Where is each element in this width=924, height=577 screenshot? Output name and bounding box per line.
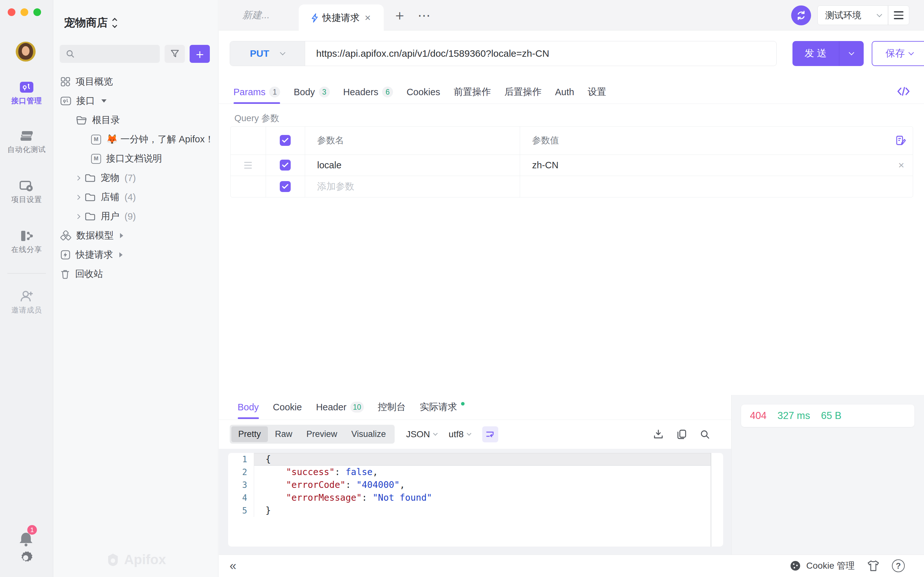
tab-params[interactable]: Params 1 [234,81,280,103]
rail-item-label: 邀请成员 [11,305,42,315]
chevron-right-icon [75,214,81,219]
tree-item-user-folder[interactable]: 用户 (9) [53,207,218,226]
mode-preview[interactable]: Preview [299,426,344,442]
response-tab-header[interactable]: Header 10 [316,396,364,419]
tab-cookies[interactable]: Cookies [407,81,440,103]
add-param-input[interactable]: 添加参数 [305,176,520,197]
body-count-badge: 3 [319,87,330,97]
column-param-name: 参数名 [305,127,520,155]
env-menu-button[interactable] [888,11,909,19]
tab-pre-processors[interactable]: 前置操作 [454,81,491,103]
tab-close-icon[interactable]: × [365,12,371,24]
word-wrap-icon [486,430,495,439]
row-checkbox[interactable] [280,181,291,192]
select-all-checkbox[interactable] [280,135,291,146]
editor-scrollbar[interactable] [711,453,711,546]
response-tab-body[interactable]: Body [238,396,259,419]
collapse-panel-button[interactable]: « [219,559,236,573]
json-response-editor[interactable]: 1 { 2 "success": false, 3 "errorCode": "… [228,453,723,546]
avatar[interactable] [16,42,36,61]
response-tab-console[interactable]: 控制台 [378,396,406,419]
send-button[interactable]: 发 送 [792,41,864,66]
copy-button[interactable] [677,429,687,440]
param-value-input[interactable]: zh-CN [532,160,559,171]
mode-raw[interactable]: Raw [268,426,299,442]
add-tab-button[interactable]: ＋ [393,0,407,31]
project-switcher[interactable]: 宠物商店 [64,15,116,30]
download-button[interactable] [653,429,664,440]
save-button[interactable]: 保存 [872,41,924,66]
tab-post-processors[interactable]: 后置操作 [504,81,541,103]
bulk-edit-icon[interactable] [895,135,906,146]
tree-item-root-folder[interactable]: 根目录 [53,111,218,130]
tree-item-shop-folder[interactable]: 店铺 (4) [53,187,218,207]
tab-quick-request[interactable]: 快捷请求 × [299,5,384,31]
search-row: ＋ [60,45,212,63]
send-label: 发 送 [792,41,839,66]
data-models-icon [60,230,71,241]
delete-row-icon[interactable]: × [898,159,905,171]
encoding-selector[interactable]: utf8 [449,429,471,440]
tree-item-data-models[interactable]: 数据模型 [53,226,218,245]
window-minimize-button[interactable] [21,8,28,16]
rail-item-automated-testing[interactable]: 自动化测试 [0,129,53,155]
tab-settings[interactable]: 设置 [588,81,606,103]
tree-item-label: 接口文档说明 [106,152,162,165]
drag-handle[interactable] [244,162,252,169]
rail-item-label: 在线分享 [11,245,42,255]
code-view-button[interactable] [897,86,910,97]
environment-box: 测试环境 [817,5,909,25]
tree-item-doc-readme[interactable]: 接口文档说明 [53,149,218,168]
response-tab-actual-request[interactable]: 实际请求 [420,396,457,419]
tree-item-trash[interactable]: 回收站 [53,264,218,284]
tab-headers[interactable]: Headers 6 [343,81,393,103]
rail-item-api-management[interactable]: 接口管理 [0,81,53,106]
response-tab-cookie[interactable]: Cookie [273,396,302,419]
tree-item-api[interactable]: 接口 [53,91,218,111]
window-zoom-button[interactable] [33,8,41,16]
mode-pretty[interactable]: Pretty [231,426,268,442]
row-checkbox[interactable] [280,160,291,171]
chevron-right-icon [75,195,81,200]
tree-item-overview[interactable]: 项目概览 [53,72,218,91]
url-input[interactable]: https://api.apifox.cn/api/v1/doc/1589360… [305,41,776,66]
response-size: 65 B [821,410,842,422]
search-button[interactable] [700,429,710,440]
rail-divider [7,273,46,274]
new-tab-button[interactable]: 新建... [242,0,270,31]
settings-gear-button[interactable] [17,549,35,567]
filter-icon [170,49,179,58]
tree-item-quick-request[interactable]: 快捷请求 [53,245,218,264]
rail-item-invite-members[interactable]: 邀请成员 [0,290,53,315]
project-tree: 项目概览 接口 根目录 🦊 一分钟，了解 Apifox！ 接口文档说明 [53,72,218,284]
url-group: PUT https://api.apifox.cn/api/v1/doc/158… [230,41,777,66]
send-options-button[interactable] [839,41,864,66]
param-name-input[interactable]: locale [305,155,520,176]
chevron-right-icon [75,175,81,181]
method-selector[interactable]: PUT [230,41,305,66]
word-wrap-button[interactable] [482,426,498,442]
query-add-row: 添加参数 [231,176,913,197]
tab-body[interactable]: Body 3 [294,81,330,103]
environment-selector[interactable]: 测试环境 [818,9,888,21]
mode-visualize[interactable]: Visualize [344,426,393,442]
cookie-manager-button[interactable]: Cookie 管理 [789,559,855,572]
add-button[interactable]: ＋ [190,45,210,63]
tree-item-label: 宠物 [101,171,120,184]
sync-button[interactable] [791,5,811,25]
rail-item-online-share[interactable]: 在线分享 [0,229,53,255]
tree-item-label: 🦊 一分钟，了解 Apifox！ [106,133,214,146]
tree-item-label: 数据模型 [76,229,113,242]
search-input[interactable] [60,45,160,63]
tree-item-pets-folder[interactable]: 宠物 (7) [53,168,218,187]
rail-item-project-settings[interactable]: 项目设置 [0,179,53,205]
more-tabs-button[interactable]: ⋯ [418,0,431,31]
tree-item-doc-intro[interactable]: 🦊 一分钟，了解 Apifox！ [53,130,218,149]
filter-button[interactable] [165,45,185,63]
help-button[interactable]: ? [892,559,905,572]
theme-button[interactable] [867,560,880,572]
window-close-button[interactable] [8,8,15,16]
apifox-window: 接口管理 自动化测试 项目设置 在线分享 邀请成员 [0,0,924,577]
format-selector[interactable]: JSON [406,429,437,440]
tab-auth[interactable]: Auth [555,81,574,103]
